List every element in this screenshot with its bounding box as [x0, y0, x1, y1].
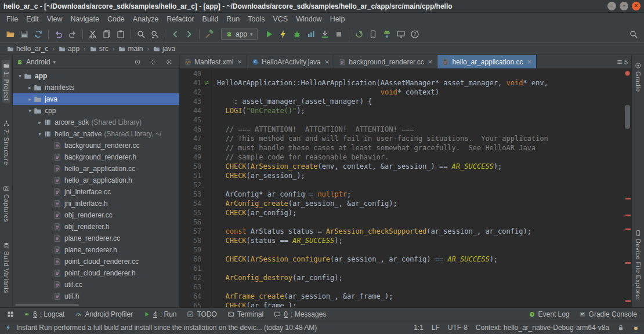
- tree-item[interactable]: hello_ar_application.cc: [13, 163, 179, 175]
- tree-item[interactable]: ▾app: [13, 70, 179, 82]
- tool-stripe-button-build-variants[interactable]: Build Variants: [2, 239, 10, 296]
- menu-view[interactable]: View: [43, 13, 67, 25]
- line-gutter[interactable]: 50: [180, 162, 212, 171]
- line-gutter[interactable]: 48: [180, 143, 212, 153]
- breadcrumb-item[interactable]: java: [152, 45, 176, 53]
- maximize-button[interactable]: ▫: [620, 2, 628, 10]
- menu-navigate[interactable]: Navigate: [67, 13, 103, 25]
- tool-window-button-gradle-console[interactable]: Gradle Console: [579, 310, 637, 318]
- tree-item[interactable]: obj_renderer.cc: [13, 209, 179, 221]
- replace-button[interactable]: [148, 28, 162, 41]
- monitor-button[interactable]: [394, 28, 408, 41]
- line-gutter[interactable]: 40: [180, 69, 212, 78]
- tool-stripe-button-1-project[interactable]: 1: Project: [2, 60, 10, 103]
- attach-button[interactable]: [318, 28, 332, 41]
- tree-item[interactable]: point_cloud_renderer.cc: [13, 256, 179, 267]
- status-message[interactable]: Instant Run performed a full build and i…: [16, 324, 317, 332]
- tree-item[interactable]: util.cc: [13, 279, 179, 291]
- forward-button[interactable]: [182, 28, 196, 41]
- tab-close-icon[interactable]: ×: [325, 58, 330, 66]
- breadcrumb-item[interactable]: main: [117, 45, 144, 53]
- line-gutter[interactable]: 64: [180, 292, 212, 301]
- run-button[interactable]: [262, 28, 276, 41]
- menu-window[interactable]: Window: [292, 13, 325, 25]
- sync-project-button[interactable]: [352, 28, 366, 41]
- save-button[interactable]: [17, 28, 31, 41]
- undo-button[interactable]: [52, 28, 66, 41]
- line-separator[interactable]: LF: [432, 324, 440, 332]
- line-gutter[interactable]: 52: [180, 180, 212, 190]
- tab-close-icon[interactable]: ×: [527, 58, 531, 66]
- help-button[interactable]: ?: [408, 28, 422, 41]
- find-button[interactable]: [134, 28, 148, 41]
- tool-window-button-messages[interactable]: 0: Messages: [274, 310, 326, 318]
- error-stripe-mark[interactable]: [625, 198, 631, 199]
- menu-run[interactable]: Run: [222, 13, 244, 25]
- back-button[interactable]: [168, 28, 182, 41]
- tab-close-icon[interactable]: ×: [428, 58, 433, 66]
- tool-window-switcher-button[interactable]: [3, 308, 17, 321]
- tree-item[interactable]: ▸arcore_sdk (Shared Library): [13, 117, 179, 128]
- tree-item[interactable]: background_renderer.h: [13, 151, 179, 163]
- line-gutter[interactable]: 44: [180, 106, 212, 115]
- tree-item[interactable]: ▾hello_ar_native (Shared Library, ~/: [13, 128, 179, 140]
- line-gutter[interactable]: 54: [180, 199, 212, 208]
- tree-item[interactable]: plane_renderer.cc: [13, 233, 179, 244]
- chevron-expanded-icon[interactable]: ▾: [16, 73, 24, 79]
- menu-vcs[interactable]: VCS: [269, 13, 292, 25]
- cut-button[interactable]: [86, 28, 100, 41]
- sdk-button[interactable]: [380, 28, 394, 41]
- search-button[interactable]: [627, 28, 641, 41]
- line-gutter[interactable]: 56: [180, 217, 212, 227]
- locate-file-button[interactable]: [131, 56, 144, 68]
- line-gutter[interactable]: 65: [180, 301, 212, 307]
- settings-button[interactable]: [162, 56, 176, 68]
- line-gutter[interactable]: 46: [180, 125, 212, 134]
- chevron-expanded-icon[interactable]: ▾: [26, 108, 34, 114]
- debug-button[interactable]: [290, 28, 304, 41]
- chevron-collapsed-icon[interactable]: ▸: [36, 119, 44, 125]
- menu-file[interactable]: File: [2, 13, 22, 25]
- tool-stripe-button-gradle[interactable]: Gradle: [634, 60, 642, 94]
- tree-item[interactable]: jni_interface.h: [13, 198, 179, 209]
- tool-window-button-event-log[interactable]: Event Log: [529, 310, 570, 318]
- editor-tab[interactable]: background_renderer.cc×: [334, 55, 437, 68]
- menu-tools[interactable]: Tools: [244, 13, 269, 25]
- code-editor[interactable]: 4041HelloArApplication::HelloArApplicati…: [180, 69, 631, 307]
- line-gutter[interactable]: 62: [180, 273, 212, 282]
- apply-button[interactable]: [276, 28, 290, 41]
- run-configuration-select[interactable]: app ▾: [221, 28, 258, 40]
- profile-button[interactable]: [304, 28, 318, 41]
- line-gutter[interactable]: 58: [180, 236, 212, 245]
- tree-item[interactable]: hello_ar_application.h: [13, 175, 179, 186]
- stop-button[interactable]: [332, 28, 346, 41]
- line-gutter[interactable]: 43: [180, 97, 212, 106]
- line-gutter[interactable]: 51: [180, 171, 212, 180]
- title-bar[interactable]: hello_ar_c - [~/Downloads/arcore_sdk/sam…: [0, 0, 644, 13]
- menu-refactor[interactable]: Refactor: [162, 13, 198, 25]
- tool-window-button-android-profiler[interactable]: Android Profiler: [75, 310, 133, 318]
- chevron-collapsed-icon[interactable]: ▸: [26, 85, 34, 90]
- error-stripe-mark[interactable]: [625, 215, 631, 216]
- lock-icon[interactable]: [617, 324, 624, 331]
- error-indicator[interactable]: [625, 71, 630, 76]
- tree-item[interactable]: ▾cpp: [13, 105, 179, 117]
- tool-stripe-button-7-structure[interactable]: 7: Structure: [2, 118, 10, 168]
- tree-item[interactable]: util.h: [13, 291, 179, 302]
- chevron-collapsed-icon[interactable]: ▸: [26, 96, 34, 102]
- tool-window-button-run[interactable]: 4: Run: [143, 310, 176, 318]
- tool-window-button-logcat[interactable]: 6: Logcat: [23, 310, 64, 318]
- tree-item[interactable]: ▸java: [13, 93, 179, 105]
- tree-item[interactable]: point_cloud_renderer.h: [13, 267, 179, 279]
- tree-item[interactable]: background_renderer.cc: [13, 140, 179, 151]
- tree-item[interactable]: jni_interface.cc: [13, 186, 179, 198]
- collapse-all-button[interactable]: [146, 56, 160, 68]
- editor-tab[interactable]: </>Manifest.xml×: [180, 55, 247, 68]
- tree-item[interactable]: obj_renderer.h: [13, 221, 179, 233]
- avd-button[interactable]: [366, 28, 380, 41]
- line-gutter[interactable]: 57: [180, 227, 212, 236]
- tool-window-button-terminal[interactable]: Terminal: [227, 310, 263, 318]
- open-button[interactable]: [3, 28, 17, 41]
- tree-item[interactable]: ▸manifests: [13, 82, 179, 93]
- breadcrumb-item[interactable]: src: [89, 45, 110, 53]
